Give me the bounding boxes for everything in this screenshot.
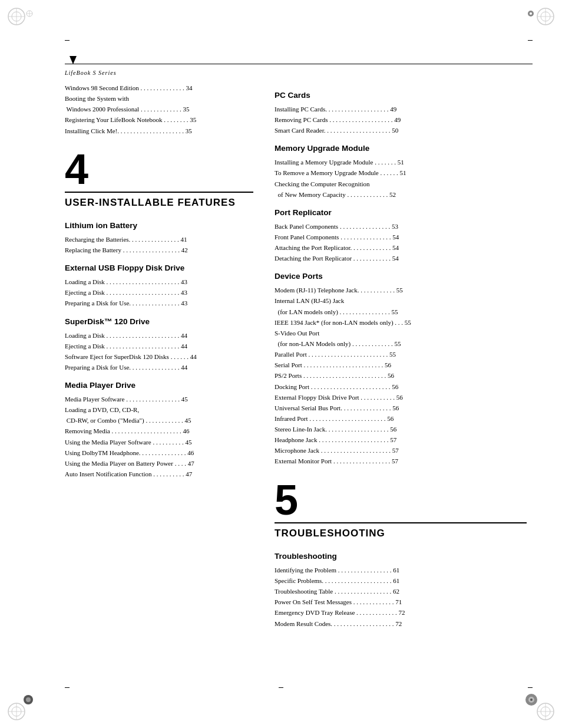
pre-entries: Windows 98 Second Edition . . . . . . . … xyxy=(65,83,253,136)
section-heading-floppy: External USB Floppy Disk Drive xyxy=(65,262,253,275)
toc-identifying: Identifying the Problem . . . . . . . . … xyxy=(275,565,527,575)
left-column: Windows 98 Second Edition . . . . . . . … xyxy=(65,83,253,669)
section-heading-troubleshooting: Troubleshooting xyxy=(275,551,527,563)
toc-serial: Serial Port . . . . . . . . . . . . . . … xyxy=(275,360,527,370)
toc-dvd-tray: Emergency DVD Tray Release . . . . . . .… xyxy=(275,607,527,618)
corner-decoration-top-right xyxy=(522,5,557,40)
svg-point-12 xyxy=(530,12,532,15)
page: LifeBook S Series Windows 98 Second Edit… xyxy=(0,0,562,728)
corner-decoration-bottom-right xyxy=(522,688,557,723)
tick-bottom-left xyxy=(65,687,70,688)
header-label: LifeBook S Series xyxy=(65,70,117,76)
toc-entry-boot1: Booting the System with xyxy=(65,93,253,104)
toc-replacing: Replacing the Battery . . . . . . . . . … xyxy=(65,245,253,255)
section-memory: Memory Upgrade Module Installing a Memor… xyxy=(275,143,527,199)
toc-ext-floppy-port: External Floppy Disk Drive Port . . . . … xyxy=(275,392,527,403)
section-port-replicator: Port Replicator Back Panel Components . … xyxy=(275,207,527,263)
tick-right xyxy=(528,40,533,41)
tick-bottom-right xyxy=(528,687,533,688)
section-device-ports: Device Ports Modem (RJ-11) Telephone Jac… xyxy=(275,271,527,466)
toc-removing-pc: Removing PC Cards . . . . . . . . . . . … xyxy=(275,114,527,125)
tick-left xyxy=(65,40,70,41)
section-usb-floppy: External USB Floppy Disk Drive Loading a… xyxy=(65,262,253,308)
toc-preparing-super: Preparing a Disk for Use. . . . . . . . … xyxy=(65,362,253,373)
content-area: Windows 98 Second Edition . . . . . . . … xyxy=(65,83,527,669)
section-heading-pc-cards: PC Cards xyxy=(275,90,527,102)
toc-media-software: Media Player Software . . . . . . . . . … xyxy=(65,394,253,404)
toc-microphone: Microphone Jack . . . . . . . . . . . . … xyxy=(275,445,527,456)
section-superdisk: SuperDisk™ 120 Drive Loading a Disk . . … xyxy=(65,316,253,373)
toc-lan-jack1: Internal LAN (RJ-45) Jack xyxy=(275,295,527,306)
toc-entry-win98: Windows 98 Second Edition . . . . . . . … xyxy=(65,83,253,93)
toc-software-eject: Software Eject for SuperDisk 120 Disks .… xyxy=(65,351,253,362)
toc-ps2: PS/2 Ports . . . . . . . . . . . . . . .… xyxy=(275,370,527,381)
toc-stereo: Stereo Line-In Jack. . . . . . . . . . .… xyxy=(275,424,527,434)
toc-dolby: Using DolbyTM Headphone. . . . . . . . .… xyxy=(65,447,253,458)
toc-using-media: Using the Media Player Software . . . . … xyxy=(65,437,253,447)
toc-installing-mem: Installing a Memory Upgrade Module . . .… xyxy=(275,157,527,167)
section-heading-port-replicator: Port Replicator xyxy=(275,207,527,219)
svg-point-18 xyxy=(26,697,31,702)
toc-detaching: Detaching the Port Replicator . . . . . … xyxy=(275,253,527,263)
chapter-5-title: TROUBLESHOOTING xyxy=(275,522,527,541)
section-heading-device-ports: Device Ports xyxy=(275,271,527,283)
svg-point-25 xyxy=(530,699,533,701)
section-pc-cards: PC Cards Installing PC Cards. . . . . . … xyxy=(275,90,527,136)
toc-usb: Universal Serial Bus Port. . . . . . . .… xyxy=(275,403,527,413)
toc-loading-floppy: Loading a Disk . . . . . . . . . . . . .… xyxy=(65,276,253,287)
toc-preparing-floppy: Preparing a Disk for Use. . . . . . . . … xyxy=(65,298,253,308)
toc-infrared: Infrared Port . . . . . . . . . . . . . … xyxy=(275,413,527,424)
toc-recharging: Recharging the Batteries. . . . . . . . … xyxy=(65,234,253,245)
toc-entry-click: Installing Click Me!. . . . . . . . . . … xyxy=(65,126,253,136)
toc-lan-jack2: (for LAN models only) . . . . . . . . . … xyxy=(275,307,527,317)
toc-svideo1: S-Video Out Port xyxy=(275,328,527,338)
corner-decoration-top-left xyxy=(5,5,40,40)
chapter-4-number: 4 xyxy=(65,148,253,190)
toc-loading-super: Loading a Disk . . . . . . . . . . . . .… xyxy=(65,330,253,341)
toc-ieee1394: IEEE 1394 Jack* (for non-LAN models only… xyxy=(275,317,527,328)
toc-loading-dvd1: Loading a DVD, CD, CD-R, xyxy=(65,404,253,415)
toc-checking1: Checking the Computer Recognition xyxy=(275,179,527,189)
toc-removing-media: Removing Media . . . . . . . . . . . . .… xyxy=(65,426,253,436)
chapter-4-title: USER-INSTALLABLE FEATURES xyxy=(65,192,253,210)
header-bar: LifeBook S Series xyxy=(65,64,533,77)
toc-removing-mem: To Remove a Memory Upgrade Module . . . … xyxy=(275,167,527,178)
toc-table: Troubleshooting Table . . . . . . . . . … xyxy=(275,586,527,597)
toc-specific: Specific Problems. . . . . . . . . . . .… xyxy=(275,575,527,586)
toc-entry-register: Registering Your LifeBook Notebook . . .… xyxy=(65,114,253,125)
section-troubleshooting: Troubleshooting Identifying the Problem … xyxy=(275,551,527,629)
toc-smart-card: Smart Card Reader. . . . . . . . . . . .… xyxy=(275,125,527,136)
toc-loading-dvd2: CD-RW, or Combo ("Media") . . . . . . . … xyxy=(65,415,253,426)
tick-bottom-center xyxy=(279,687,283,688)
section-heading-memory: Memory Upgrade Module xyxy=(275,143,527,155)
section-media-player: Media Player Drive Media Player Software… xyxy=(65,380,253,479)
toc-checking2: of New Memory Capacity . . . . . . . . .… xyxy=(275,189,527,200)
section-heading-superdisk: SuperDisk™ 120 Drive xyxy=(65,316,253,328)
toc-auto-insert: Auto Insert Notification Function . . . … xyxy=(65,469,253,479)
toc-ejecting-super: Ejecting a Disk . . . . . . . . . . . . … xyxy=(65,341,253,351)
toc-installing-pc: Installing PC Cards. . . . . . . . . . .… xyxy=(275,104,527,114)
corner-decoration-bottom-left xyxy=(5,688,40,723)
toc-ext-monitor: External Monitor Port . . . . . . . . . … xyxy=(275,456,527,466)
toc-post: Power On Self Test Messages . . . . . . … xyxy=(275,597,527,607)
toc-ejecting-floppy: Ejecting a Disk . . . . . . . . . . . . … xyxy=(65,287,253,298)
bookmark-triangle xyxy=(70,56,77,64)
toc-front-panel: Front Panel Components . . . . . . . . .… xyxy=(275,232,527,242)
section-heading-lithium: Lithium ion Battery xyxy=(65,220,253,232)
section-heading-media: Media Player Drive xyxy=(65,380,253,392)
toc-back-panel: Back Panel Components . . . . . . . . . … xyxy=(275,221,527,232)
right-column: PC Cards Installing PC Cards. . . . . . … xyxy=(275,83,527,669)
toc-parallel: Parallel Port . . . . . . . . . . . . . … xyxy=(275,349,527,360)
toc-battery-power: Using the Media Player on Battery Power … xyxy=(65,458,253,469)
section-lithium-ion: Lithium ion Battery Recharging the Batte… xyxy=(65,220,253,255)
toc-svideo2: (for non-LAN Models only) . . . . . . . … xyxy=(275,338,527,349)
chapter-5-number: 5 xyxy=(275,479,527,521)
toc-attaching: Attaching the Port Replicator. . . . . .… xyxy=(275,242,527,253)
toc-modem-codes: Modem Result Codes. . . . . . . . . . . … xyxy=(275,618,527,629)
toc-modem: Modem (RJ-11) Telephone Jack. . . . . . … xyxy=(275,285,527,295)
toc-docking: Docking Port . . . . . . . . . . . . . .… xyxy=(275,381,527,392)
toc-entry-boot2: Windows 2000 Professional . . . . . . . … xyxy=(65,104,253,114)
toc-headphone: Headphone Jack . . . . . . . . . . . . .… xyxy=(275,434,527,445)
